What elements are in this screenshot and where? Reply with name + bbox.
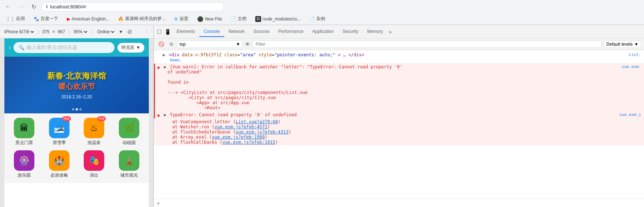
tab-performance[interactable]: Performance — [274, 27, 308, 37]
console-entry-typeerror: ● ▶ TypeError: Cannot read property '0' … — [154, 112, 644, 118]
network-selector[interactable]: Online — [95, 29, 116, 35]
stack-link-3[interactable]: vue.esm.js?efeb:4313 — [236, 129, 289, 135]
mobile-frame[interactable]: ‹ 🔍 输入城市/景点/游玩主题 阿克苏 ▼ 新春·北京海洋馆 暖心欢乐节 — [4, 38, 149, 207]
bookmark-apps[interactable]: ⋮⋮ 应用 — [3, 15, 28, 23]
show-icon: 🎭 — [84, 150, 104, 171]
eye-button[interactable]: 👁 — [245, 41, 250, 47]
html-entry-link2[interactable]: Home. — [163, 58, 182, 63]
tab-network[interactable]: Network — [224, 27, 249, 37]
console-entry-vue-warn: ● ▶ [Vue warn]: Error in callback for wa… — [154, 64, 644, 112]
expand-arrow-2[interactable]: ▶ — [164, 64, 166, 69]
bookmark-newfile[interactable]: ⚫ New File — [194, 15, 225, 23]
error-stack-block: at VueComponent.letter (List.vue?a279:60… — [154, 118, 644, 146]
search-box[interactable]: 🔍 输入城市/景点/游玩主题 — [14, 42, 114, 53]
tab-console[interactable]: Console — [199, 27, 224, 37]
stack-link-5[interactable]: vue.esm.js?efeb:1915 — [222, 140, 275, 145]
error-icon-1: ● — [157, 65, 160, 70]
category-ski[interactable]: 🎿 Hot 滑雪季 — [44, 118, 75, 146]
vue-warn-link[interactable]: vue.esm. — [622, 64, 641, 69]
device-toggle-button[interactable]: 📱 — [163, 27, 172, 36]
tab-security[interactable]: Security — [338, 27, 363, 37]
github-icon: ⚫ — [197, 16, 203, 22]
bookmark-settings[interactable]: ⚙ 设置 — [171, 15, 191, 23]
main-content: iPhone 6/7/8 | 375 × 667 | 95% | Online … — [0, 25, 644, 207]
console-output: ▶ <div data-v-9fb13f12 class="area" styl… — [154, 50, 644, 199]
hotspring-icon: ♨ Hot — [84, 118, 104, 138]
tab-memory[interactable]: Memory — [363, 27, 387, 37]
address-text: localhost:8080/#/ — [50, 4, 86, 10]
tab-sources[interactable]: Sources — [249, 27, 274, 37]
sightseeing-icon: 🗼 — [119, 150, 139, 171]
tab-elements[interactable]: Elements — [172, 27, 199, 37]
category-tickets[interactable]: 🏛 景点门票 — [9, 118, 39, 146]
stack-link-1[interactable]: List.vue?a279:60 — [236, 119, 278, 124]
console-prompt: > — [157, 200, 160, 206]
fire-icon: 🔥 — [118, 16, 124, 22]
clear-console-button[interactable]: 🚫 — [157, 41, 166, 48]
viewport-width: 375 — [42, 29, 49, 34]
vue-warn-found: found in — [164, 80, 641, 85]
bookmark-mukete[interactable]: 🔥 慕课网-程序员的梦... — [115, 15, 168, 23]
search-placeholder: 输入城市/景点/游玩主题 — [27, 44, 77, 51]
device-toolbar: iPhone 6/7/8 | 375 × 667 | 95% | Online … — [0, 25, 153, 38]
console-filter-input[interactable] — [252, 41, 602, 48]
stack-link-2[interactable]: vue.esm.js?efeb:4571 — [215, 124, 268, 129]
vue-warn-text: [Vue warn]: Error in callback for watche… — [170, 64, 402, 69]
html-entry-link[interactable]: List. — [629, 52, 641, 57]
tab-application[interactable]: Application — [308, 27, 338, 37]
expand-arrow-1[interactable]: ▶ — [163, 52, 165, 57]
category-garden[interactable]: 🌿 动植园 — [114, 118, 144, 146]
bookmark-node[interactable]: 简 node_modules/cs... — [252, 15, 304, 23]
dot-1 — [72, 108, 74, 110]
category-guide[interactable]: 🏰 必游攻略 — [44, 150, 75, 178]
city-tag[interactable]: 阿克苏 ▼ — [117, 43, 144, 53]
banner: 新春·北京海洋馆 暖心欢乐节 2018.2.16~2.20 — [4, 57, 149, 113]
console-input-row: > — [154, 199, 644, 207]
preserve-log-button[interactable]: ⊘ — [168, 41, 175, 48]
level-value: Default levels — [606, 42, 633, 47]
category-sightseeing[interactable]: 🗼 城市观光 — [114, 150, 144, 178]
guide-label: 必游攻略 — [50, 172, 68, 178]
bookmark-docs[interactable]: 📄 文档 — [228, 15, 249, 23]
level-selector[interactable]: Default levels ▼ — [604, 41, 641, 48]
city-dropdown-icon: ▼ — [136, 45, 140, 50]
devtools-tab-bar: ☐ 📱 Elements Console Network Sources Per… — [154, 25, 644, 38]
inspect-element-button[interactable]: ☐ — [155, 27, 163, 36]
show-label: 演出 — [90, 172, 98, 178]
hot-badge-ski: Hot — [62, 116, 71, 121]
device-selector[interactable]: iPhone 6/7/8 — [3, 29, 35, 35]
back-button[interactable]: ← — [3, 3, 13, 11]
toolbar-separator-3: | — [91, 29, 93, 34]
forward-button[interactable]: → — [16, 3, 26, 11]
more-tabs-button[interactable]: » — [387, 27, 393, 36]
stack-link-4[interactable]: vue.esm.js?efeb:1989 — [212, 135, 265, 140]
context-selector[interactable]: top ▼ — [177, 41, 243, 48]
bookmarks-bar: ⋮⋮ 应用 🐾 百度一下 ▶ American English... 🔥 慕课网… — [0, 13, 644, 25]
garden-label: 动植园 — [123, 140, 136, 146]
category-hotspring[interactable]: ♨ Hot 泡温泉 — [79, 118, 110, 146]
search-icon: 🔍 — [19, 45, 25, 50]
banner-content: 新春·北京海洋馆 暖心欢乐节 2018.2.16~2.20 — [47, 71, 106, 99]
settings-icon: ⚙ — [174, 16, 178, 22]
bookmark-baidu[interactable]: 🐾 百度一下 — [31, 15, 61, 23]
expand-arrow-3[interactable]: ▶ — [164, 112, 166, 117]
zoom-selector[interactable]: 95% — [72, 29, 88, 35]
refresh-button[interactable]: ↻ — [29, 3, 38, 11]
bookmark-american[interactable]: ▶ American English... — [64, 16, 112, 22]
back-arrow-icon[interactable]: ‹ — [9, 44, 11, 51]
hot-badge-hotspring: Hot — [97, 116, 106, 121]
bookmark-example[interactable]: 📄 实例 — [306, 15, 328, 23]
address-bar[interactable]: ℹ localhost:8080/#/ — [41, 2, 224, 11]
category-amusement[interactable]: 🎡 游乐园 — [9, 150, 39, 178]
dot-3 — [79, 108, 82, 110]
console-input[interactable] — [162, 201, 641, 206]
more-options-button[interactable]: ⋮ — [143, 29, 150, 35]
youtube-icon: ▶ — [67, 16, 70, 22]
no-throttle-icon: ⊘ — [127, 28, 132, 35]
level-dropdown-icon: ▼ — [634, 42, 639, 47]
console-entry-html: ▶ <div data-v-9fb13f12 class="area" styl… — [154, 52, 644, 64]
category-show[interactable]: 🎭 演出 — [79, 150, 110, 178]
viewport-height: 667 — [58, 29, 65, 34]
typeerror-link[interactable]: vue.esm.j — [619, 112, 641, 117]
toolbar-separator-2: | — [68, 29, 69, 34]
